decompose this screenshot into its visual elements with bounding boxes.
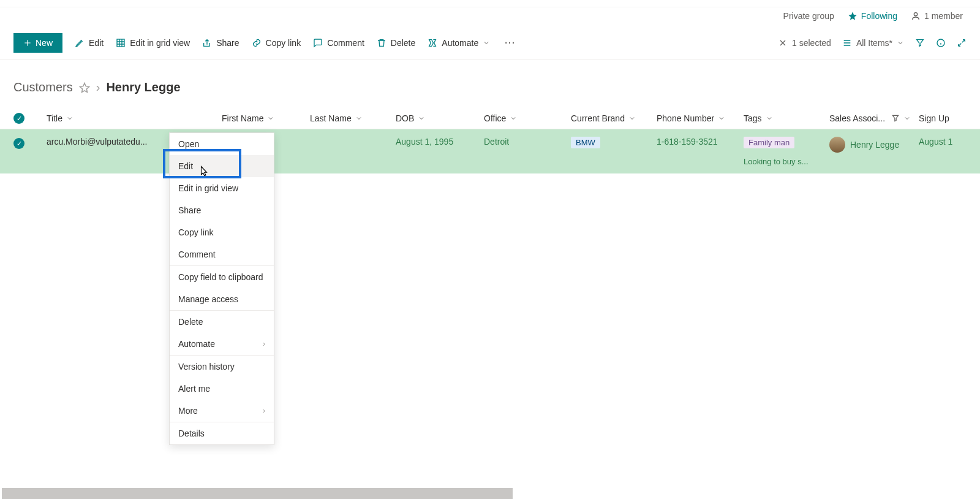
share-label: Share xyxy=(216,38,239,48)
cell-tags: Family man Looking to buy s... xyxy=(744,137,829,166)
col-header-brand[interactable]: Current Brand xyxy=(571,113,657,123)
copy-link-button[interactable]: Copy link xyxy=(252,38,301,48)
edit-grid-button[interactable]: Edit in grid view xyxy=(116,38,190,48)
chevron-down-icon xyxy=(766,115,773,122)
col-last-label: Last Name xyxy=(310,113,352,123)
cell-signup: August 1 xyxy=(919,137,956,147)
col-office-label: Office xyxy=(484,113,506,123)
breadcrumb-list[interactable]: Customers xyxy=(13,80,73,94)
brand-badge: BMW xyxy=(571,137,600,148)
new-button[interactable]: New xyxy=(13,33,62,53)
horizontal-scrollbar[interactable] xyxy=(2,488,513,499)
col-header-signup[interactable]: Sign Up xyxy=(919,113,956,123)
comment-button[interactable]: Comment xyxy=(313,38,364,48)
ctx-delete[interactable]: Delete xyxy=(170,311,274,333)
command-bar: New Edit Edit in grid view Share Copy li… xyxy=(0,27,980,59)
more-commands-button[interactable]: ··· xyxy=(505,38,516,48)
svg-point-0 xyxy=(914,13,917,16)
private-group-label: Private group xyxy=(783,11,834,21)
privacy-bar: Private group Following 1 member xyxy=(0,7,980,27)
chevron-right-icon: › xyxy=(263,406,265,415)
col-header-tags[interactable]: Tags xyxy=(744,113,829,123)
select-all-check[interactable]: ✓ xyxy=(13,113,47,124)
chevron-down-icon xyxy=(510,115,517,122)
ctx-share[interactable]: Share xyxy=(170,199,274,221)
col-first-label: First Name xyxy=(222,113,263,123)
chevron-right-icon: › xyxy=(263,340,265,348)
copy-link-label: Copy link xyxy=(266,38,301,48)
ctx-comment-label: Comment xyxy=(178,250,216,259)
col-header-dob[interactable]: DOB xyxy=(396,113,484,123)
col-signup-label: Sign Up xyxy=(919,113,949,123)
cell-phone: 1-618-159-3521 xyxy=(657,137,744,147)
star-filled-icon xyxy=(848,11,858,21)
ctx-edit-label: Edit xyxy=(178,161,193,171)
chevron-down-icon xyxy=(418,115,425,122)
star-outline-icon[interactable] xyxy=(79,82,90,93)
col-brand-label: Current Brand xyxy=(571,113,625,123)
delete-button[interactable]: Delete xyxy=(377,38,415,48)
list-icon xyxy=(842,38,852,48)
following-button[interactable]: Following xyxy=(848,11,897,21)
ctx-copy-field[interactable]: Copy field to clipboard xyxy=(170,266,274,288)
ctx-details-label: Details xyxy=(178,429,205,438)
table-row[interactable]: ✓ arcu.Morbi@vulputatedu... ⋮ Eric Augus… xyxy=(0,129,980,173)
ctx-version-history[interactable]: Version history xyxy=(170,356,274,378)
breadcrumb: Customers › Henry Legge xyxy=(0,59,980,108)
col-header-phone[interactable]: Phone Number xyxy=(657,113,744,123)
col-header-firstname[interactable]: First Name xyxy=(222,113,310,123)
members-button[interactable]: 1 member xyxy=(911,11,963,21)
clear-selection-button[interactable]: 1 selected xyxy=(778,38,831,48)
ctx-delete-label: Delete xyxy=(178,317,203,327)
ctx-copy-link[interactable]: Copy link xyxy=(170,221,274,243)
row-check[interactable]: ✓ xyxy=(13,137,47,149)
col-header-assoc[interactable]: Sales Associ... xyxy=(829,113,919,123)
comment-label: Comment xyxy=(327,38,364,48)
cell-dob: August 1, 1995 xyxy=(396,137,484,147)
top-spacer xyxy=(0,0,980,7)
ctx-comment[interactable]: Comment xyxy=(170,243,274,265)
link-icon xyxy=(252,38,262,48)
selected-label: 1 selected xyxy=(792,38,831,48)
expand-icon[interactable] xyxy=(957,38,967,48)
x-icon xyxy=(778,38,788,48)
ctx-details[interactable]: Details xyxy=(170,422,274,444)
ctx-version-label: Version history xyxy=(178,362,235,371)
breadcrumb-chevron-icon: › xyxy=(96,80,100,94)
assoc-name: Henry Legge xyxy=(850,140,899,150)
chevron-down-icon xyxy=(355,115,363,122)
ctx-more[interactable]: More› xyxy=(170,400,274,422)
col-title-label: Title xyxy=(47,113,62,123)
col-header-title[interactable]: Title xyxy=(47,113,222,123)
grid-icon xyxy=(116,38,126,48)
view-selector[interactable]: All Items* xyxy=(842,38,904,48)
info-icon[interactable] xyxy=(936,38,946,48)
ctx-edit[interactable]: Edit xyxy=(170,155,274,177)
chevron-down-icon xyxy=(66,115,74,122)
members-label: 1 member xyxy=(924,11,963,21)
col-header-office[interactable]: Office xyxy=(484,113,571,123)
plus-icon xyxy=(23,39,32,47)
ctx-alert-me[interactable]: Alert me xyxy=(170,378,274,400)
share-button[interactable]: Share xyxy=(202,38,239,48)
ctx-access-label: Manage access xyxy=(178,294,238,304)
ctx-copy-label: Copy link xyxy=(178,227,214,237)
chevron-down-icon xyxy=(267,115,274,122)
chevron-down-icon xyxy=(628,115,636,122)
edit-button[interactable]: Edit xyxy=(75,38,104,48)
ctx-edit-grid[interactable]: Edit in grid view xyxy=(170,177,274,199)
ctx-automate[interactable]: Automate› xyxy=(170,333,274,355)
col-header-lastname[interactable]: Last Name xyxy=(310,113,396,123)
breadcrumb-current: Henry Legge xyxy=(106,80,180,94)
automate-button[interactable]: Automate xyxy=(428,38,490,48)
ctx-more-label: More xyxy=(178,406,198,416)
svg-rect-1 xyxy=(117,39,124,47)
title-link[interactable]: arcu.Morbi@vulputatedu... xyxy=(47,137,147,147)
ctx-manage-access[interactable]: Manage access xyxy=(170,288,274,310)
chevron-down-icon xyxy=(903,115,911,122)
ctx-open[interactable]: Open xyxy=(170,133,274,155)
col-phone-label: Phone Number xyxy=(657,113,714,123)
filter-icon[interactable] xyxy=(915,38,925,48)
context-menu: Open Edit Edit in grid view Share Copy l… xyxy=(169,132,274,445)
new-label: New xyxy=(36,38,53,48)
